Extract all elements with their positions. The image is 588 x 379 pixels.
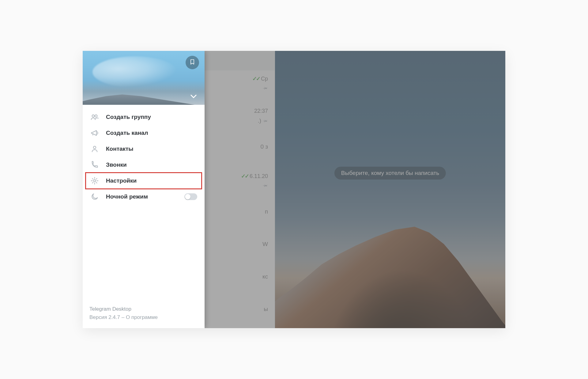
app-version-label[interactable]: Версия 2.4.7 – О программе — [89, 313, 198, 321]
menu-item-night-mode[interactable]: Ночной режим — [83, 189, 205, 205]
account-expand-button[interactable] — [189, 92, 198, 102]
new-channel-icon — [90, 128, 99, 138]
night-mode-toggle[interactable] — [184, 193, 197, 200]
svg-point-2 — [93, 146, 96, 149]
menu-item-label: Настройки — [106, 177, 137, 184]
drawer-menu: Создать группуСоздать каналКонтактыЗвонк… — [83, 105, 205, 209]
main-menu-drawer: Создать группуСоздать каналКонтактыЗвонк… — [83, 51, 205, 328]
bookmark-icon — [189, 59, 195, 66]
drawer-footer: Telegram Desktop Версия 2.4.7 – О програ… — [83, 305, 205, 328]
svg-point-1 — [95, 115, 97, 117]
saved-messages-button[interactable] — [186, 56, 199, 69]
app-window: ✓✓Ср22:37.)0 з✓✓6.11.20пWксы Выберите, к… — [83, 51, 505, 328]
contacts-icon — [90, 144, 99, 153]
calls-icon — [90, 160, 99, 169]
chevron-down-icon — [189, 96, 198, 101]
drawer-header — [83, 51, 205, 105]
menu-item-settings[interactable]: Настройки — [83, 173, 205, 189]
menu-item-new-channel[interactable]: Создать канал — [83, 125, 205, 141]
svg-point-0 — [92, 115, 94, 117]
menu-item-calls[interactable]: Звонки — [83, 157, 205, 173]
app-name-label: Telegram Desktop — [89, 305, 198, 313]
new-group-icon — [90, 112, 99, 122]
menu-item-label: Создать группу — [106, 114, 151, 120]
menu-item-new-group[interactable]: Создать группу — [83, 109, 205, 125]
settings-icon — [90, 176, 99, 185]
menu-item-label: Создать канал — [106, 130, 148, 136]
night-mode-icon — [90, 192, 99, 201]
svg-point-3 — [94, 180, 96, 182]
menu-item-label: Звонки — [106, 161, 127, 168]
menu-item-label: Контакты — [106, 146, 134, 152]
menu-item-contacts[interactable]: Контакты — [83, 141, 205, 157]
menu-item-label: Ночной режим — [106, 193, 148, 200]
